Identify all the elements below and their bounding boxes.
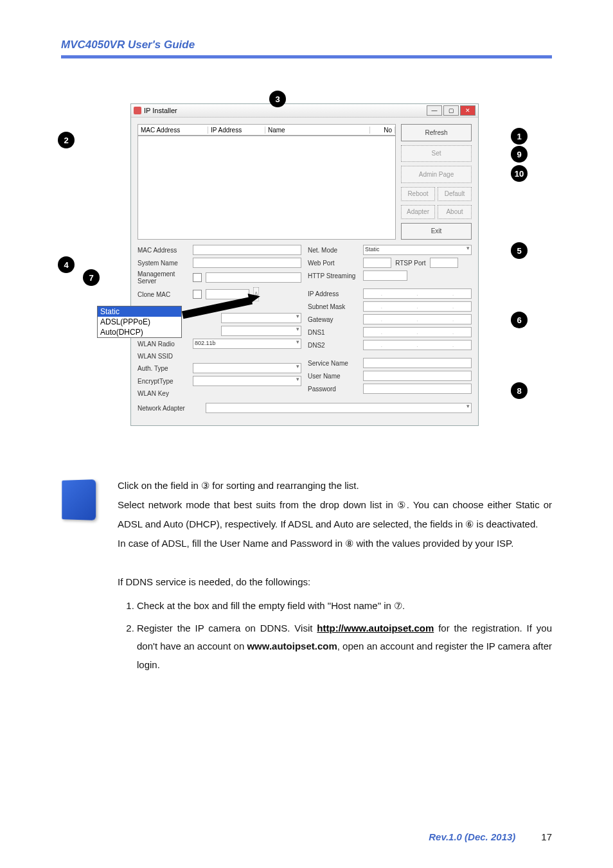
- netmode-dropdown-list: Static ADSL(PPPoE) Auto(DHCP): [97, 306, 182, 338]
- wlanssid-field[interactable]: [193, 351, 301, 360]
- mac-field[interactable]: [193, 245, 301, 255]
- refresh-button[interactable]: Refresh: [401, 124, 472, 141]
- callout-5: 5: [511, 242, 528, 259]
- minimize-button[interactable]: —: [427, 105, 442, 116]
- ipaddr-field[interactable]: ...: [363, 288, 472, 299]
- label-wlanssid: WLAN SSID: [138, 353, 189, 360]
- wlanradio-select[interactable]: 802.11b: [193, 339, 301, 349]
- callout-10: 10: [511, 165, 528, 182]
- col-name[interactable]: Name: [265, 127, 370, 134]
- label-authtype: Auth. Type: [138, 365, 189, 372]
- callout-8: 8: [511, 382, 528, 399]
- col-mac[interactable]: MAC Address: [138, 127, 208, 134]
- revision-text: Rev.1.0 (Dec. 2013): [429, 831, 515, 842]
- netmode-value: Static: [364, 246, 380, 252]
- wlanradio-value: 802.11b: [193, 340, 216, 346]
- netmode-select[interactable]: [221, 313, 302, 323]
- label-username: User Name: [308, 373, 359, 380]
- admin-page-button[interactable]: Admin Page: [401, 166, 472, 183]
- instr-step2: Register the IP camera on DDNS. Visit ht…: [137, 619, 552, 675]
- reboot-button[interactable]: Reboot: [401, 187, 435, 201]
- label-clonemac: Clone MAC: [138, 291, 189, 298]
- step2a: Register the IP camera on DDNS. Visit: [137, 623, 317, 633]
- callout-2: 2: [58, 132, 75, 148]
- label-netmode: Net. Mode: [308, 247, 359, 254]
- netadapter-select[interactable]: [206, 403, 472, 413]
- list-header[interactable]: MAC Address IP Address Name No: [138, 124, 396, 136]
- label-encrypt: EncryptType: [138, 378, 189, 385]
- mgmt-field[interactable]: [206, 272, 301, 283]
- callout-7: 7: [83, 269, 100, 286]
- callout-6: 6: [511, 312, 528, 328]
- sysname-field[interactable]: [193, 258, 301, 268]
- password-field[interactable]: [363, 384, 472, 394]
- mgmt-checkbox[interactable]: [193, 273, 202, 282]
- label-wlankey: WLAN Key: [138, 390, 189, 397]
- webport-field[interactable]: [363, 258, 391, 268]
- instr-p3: In case of ADSL, fill the User Name and …: [118, 534, 552, 553]
- set-button[interactable]: Set: [401, 145, 472, 163]
- httpstream-field[interactable]: [363, 270, 407, 281]
- instruction-text: Click on the field in ③ for sorting and …: [118, 476, 552, 678]
- label-wlanradio: WLAN Radio: [138, 341, 189, 348]
- label-rtsp: RTSP Port: [395, 260, 425, 267]
- label-sysname: System Name: [138, 260, 189, 267]
- dropdown-opt-auto[interactable]: Auto(DHCP): [98, 327, 181, 337]
- label-password: Password: [308, 385, 359, 393]
- exit-button[interactable]: Exit: [401, 223, 472, 240]
- netmode-select2[interactable]: [221, 326, 302, 336]
- page-number: 17: [541, 831, 552, 842]
- subnet-field[interactable]: ...: [363, 301, 472, 312]
- label-mac: MAC Address: [138, 247, 189, 254]
- label-dns2: DNS2: [308, 342, 359, 349]
- device-list[interactable]: [138, 136, 396, 240]
- window-title: IP Installer: [144, 107, 177, 114]
- app-icon: [134, 107, 141, 114]
- dns2-field[interactable]: ...: [363, 340, 472, 350]
- svcname-field[interactable]: [363, 358, 472, 368]
- page-header-title: MVC4050VR User's Guide: [61, 39, 552, 51]
- label-subnet: Subnet Mask: [308, 303, 359, 310]
- instr-p2: Select network mode that best suits from…: [118, 495, 552, 534]
- label-webport: Web Port: [308, 260, 359, 267]
- about-button[interactable]: About: [438, 205, 472, 219]
- note-book-icon: [61, 480, 98, 678]
- col-no[interactable]: No: [370, 127, 395, 134]
- col-ip[interactable]: IP Address: [208, 127, 265, 134]
- dropdown-opt-adsl[interactable]: ADSL(PPPoE): [98, 317, 181, 327]
- instr-p1: Click on the field in ③ for sorting and …: [118, 476, 552, 495]
- label-netadapter: Network Adapter: [138, 405, 202, 412]
- header-rule: [61, 55, 552, 58]
- callout-1: 1: [511, 128, 528, 145]
- ip-installer-window: IP Installer — ▢ ✕ MAC Address IP Addres…: [130, 103, 479, 426]
- wlankey-field[interactable]: [193, 389, 301, 398]
- gateway-field[interactable]: ...: [363, 314, 472, 324]
- close-button[interactable]: ✕: [460, 105, 475, 116]
- dns1-field[interactable]: ...: [363, 327, 472, 337]
- label-httpstream: HTTP Streaming: [308, 272, 359, 279]
- authtype-select[interactable]: [193, 363, 301, 373]
- window-controls: — ▢ ✕: [427, 105, 475, 116]
- screenshot-figure: 1 2 3 4 5 6 7 8 9 10 IP Installer — ▢ ✕: [61, 91, 537, 438]
- adapter-button[interactable]: Adapter: [401, 205, 435, 219]
- maximize-button[interactable]: ▢: [443, 105, 459, 116]
- label-dns1: DNS1: [308, 329, 359, 336]
- label-mgmt: Management Server: [138, 270, 189, 285]
- label-svcname: Service Name: [308, 360, 359, 367]
- netmode-sel-r[interactable]: Static: [363, 245, 472, 255]
- clonemac-checkbox[interactable]: [193, 290, 202, 299]
- label-gateway: Gateway: [308, 316, 359, 323]
- instr-step1: Check at the box and fill the empty fiel…: [137, 597, 552, 616]
- rtsp-field[interactable]: [430, 258, 458, 268]
- titlebar: IP Installer — ▢ ✕: [131, 104, 478, 118]
- step2bold: www.autoipset.com: [247, 641, 337, 651]
- callout-3: 3: [269, 91, 286, 107]
- encrypt-select[interactable]: [193, 376, 301, 386]
- dropdown-opt-static[interactable]: Static: [98, 306, 181, 317]
- default-button[interactable]: Default: [438, 187, 472, 201]
- callout-4: 4: [58, 256, 75, 273]
- callout-9: 9: [511, 146, 528, 163]
- instr-p4: If DDNS service is needed, do the follow…: [118, 572, 552, 592]
- autoipset-link[interactable]: http://www.autoipset.com: [317, 623, 434, 633]
- username-field[interactable]: [363, 371, 472, 381]
